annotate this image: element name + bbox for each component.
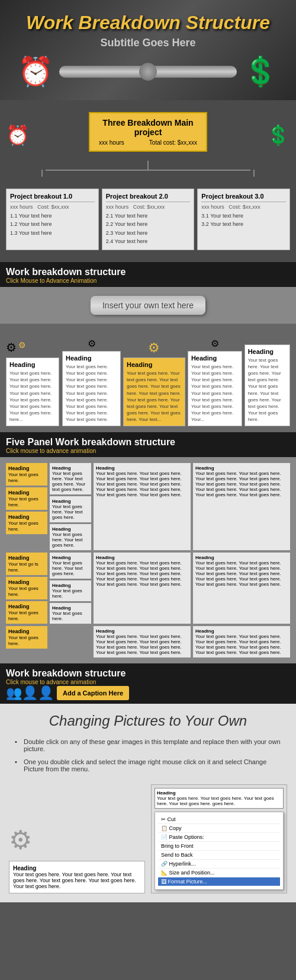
- changing-title: Changing Pictures to Your Own: [9, 713, 287, 729]
- panel-card-3: Heading Your text goes here. Your text g…: [188, 351, 242, 427]
- wbs1-title: Work breakdown structure: [6, 267, 290, 277]
- box1-item2: 1.2 Your text here: [10, 220, 95, 228]
- five-panel-header-section: Five Panel Work breakdown structure Clic…: [0, 432, 296, 457]
- grid-r2-label3: HeadingYour text goes here.: [6, 601, 47, 624]
- grid-r2-c4: HeadingYour text goes here. Your text go…: [193, 553, 290, 624]
- wbs1-header-section: Work breakdown structure Click Mouse to …: [0, 262, 296, 287]
- people-icons: 👥👤👤: [6, 685, 54, 701]
- grid-row-3: HeadingYour text goes here. HeadingYour …: [6, 626, 290, 657]
- menu-item-paste: 📄 Paste Options:: [158, 833, 280, 842]
- bottom-right: HeadingYour text goes here. Your text go…: [151, 784, 287, 893]
- changing-section: Changing Pictures to Your Own Double cli…: [0, 704, 296, 902]
- grid-r2-c3: HeadingYour text goes here. Your text go…: [94, 553, 191, 624]
- box3-title: Project breakout 3.0: [201, 193, 286, 202]
- panel-card-1: Heading Your text goes here. Your text g…: [62, 351, 121, 427]
- insert-section: Insert your own text here: [0, 287, 296, 324]
- box1-items: 1.1 Your text here 1.2 Your text here 1.…: [10, 212, 95, 237]
- wbs-bottom-header: Work breakdown structure Click mouse to …: [0, 663, 296, 704]
- grid-row-2: HeadingYour text go ts here. HeadingYour…: [6, 553, 290, 624]
- grid-r1-c2-1: HeadingYour text goes here. Your text go…: [50, 463, 91, 494]
- breakdown-box-1: Project breakout 1.0 xxx hours Cost: $xx…: [6, 189, 99, 250]
- grid-r3-c4: HeadingYour text goes here. Your text go…: [193, 626, 290, 657]
- gear-top-icon: ⚙: [88, 338, 96, 349]
- main-project-hours: xxx hours: [99, 139, 124, 146]
- grid-r1-label2: HeadingYour text goes here.: [6, 487, 47, 510]
- grid-r2-label1: HeadingYour text go ts here.: [6, 553, 47, 575]
- menu-item-size: 📐 Size and Position...: [158, 869, 280, 877]
- grid-r2-c2-1: HeadingYour text goes here. Your text go…: [50, 553, 91, 579]
- panel-card-4-title: Heading: [248, 348, 287, 355]
- breakdown-dollar-icon: 💲: [266, 124, 290, 146]
- grid-r2-c2-2: HeadingYour text goes here.: [50, 580, 91, 601]
- five-panel-section: ⚙ ⚙ Heading Your text goes here. Your te…: [0, 324, 296, 433]
- panel-card-1-text: Your text goes here. Your text goes here…: [66, 363, 117, 423]
- bottom-left: ⚙ Heading Your text goes here. Your text…: [9, 825, 145, 893]
- box3-item1: 3.1 Your text here: [201, 212, 286, 220]
- gear-left-top-icon: ⚙: [6, 340, 17, 355]
- panel-card-3-text: Your text goes here. Your text goes here…: [191, 363, 239, 423]
- gear-top2-icon: ⚙: [211, 338, 219, 349]
- box1-item3: 1.3 Your text here: [10, 229, 95, 237]
- grid-r1-label1: HeadingYour text goes here.: [6, 463, 47, 486]
- connector-v2: [253, 170, 255, 177]
- bullet-list: Double click on any of these gear images…: [9, 738, 287, 772]
- title-icons-row: ⏰ 💲: [6, 49, 290, 94]
- bottom-card-title: Heading: [13, 865, 141, 872]
- bottom-card-text: Your text goes here. Your text goes here…: [13, 872, 141, 889]
- box1-item1: 1.1 Your text here: [10, 212, 95, 220]
- box1-meta: xxx hours Cost: $xx,xxx: [10, 204, 95, 210]
- grid-r1-c2-2: HeadingYour text goes here. Your text go…: [50, 496, 91, 522]
- grid-r1-c3: HeadingYour text goes here. Your text go…: [94, 463, 191, 550]
- main-project-meta: xxx hours Total cost: $xx,xxx: [99, 139, 197, 146]
- grid-section: HeadingYour text goes here. HeadingYour …: [0, 457, 296, 663]
- caption-text: Add a Caption Here: [63, 689, 123, 697]
- panel-card-1-title: Heading: [66, 355, 117, 362]
- menu-item-sendback: Send to Back: [158, 851, 280, 860]
- left-card-text: Your text goes here. Your text goes here…: [9, 370, 56, 423]
- box2-meta: xxx hours Cost: $xx,xxx: [106, 204, 191, 210]
- five-panel-title: Five Panel Work breakdown structure: [6, 437, 290, 448]
- title-section: Work Breakdown Structure Subtitle Goes H…: [0, 0, 296, 100]
- main-project-cost: Total cost: $xx,xxx: [149, 139, 197, 146]
- panel-card-2-text: Your text goes here. Your text goes here…: [127, 370, 182, 423]
- breakdown-box-2: Project breakout 2.0 xxx hours Cost: $xx…: [102, 189, 195, 250]
- box3-item2: 3.2 Your text here: [201, 220, 286, 228]
- context-menu: ✂ Cut 📋 Copy 📄 Paste Options: Bring to F…: [155, 812, 284, 890]
- breakdown-alarm-icon: ⏰: [6, 124, 30, 146]
- main-project-label: Three Breakdown Main project: [99, 118, 197, 137]
- grid-r1-c4: HeadingYour text goes here. Your text go…: [193, 463, 290, 550]
- box2-item1: 2.1 Your text here: [106, 212, 191, 220]
- wbs1-subtitle: Click Mouse to Advance Animation: [6, 277, 290, 284]
- main-title: Work Breakdown Structure: [6, 12, 290, 34]
- menu-item-format[interactable]: 🖼 Format Picture...: [158, 877, 280, 886]
- connector-h: [46, 170, 250, 171]
- insert-bar: Insert your own text here: [91, 296, 205, 315]
- dollar-icon: 💲: [243, 55, 278, 88]
- breakdown-box-3: Project breakout 3.0 xxx hours Cost: $xx…: [197, 189, 290, 250]
- box2-item2: 2.2 Your text here: [106, 220, 191, 228]
- menu-item-hyperlink: 🔗 Hyperlink...: [158, 860, 280, 869]
- box3-meta: xxx hours Cost: $xx,xxx: [201, 204, 286, 210]
- box2-title: Project breakout 2.0: [106, 193, 191, 202]
- main-connector-v: [147, 161, 149, 170]
- gear-left-mid-icon: ⚙: [18, 340, 26, 350]
- gear-bottom-left-icon: ⚙: [9, 825, 32, 854]
- left-card-title: Heading: [9, 361, 56, 368]
- panel-card-2-gold: Heading Your text goes here. Your text g…: [123, 357, 185, 427]
- panel-card-3-title: Heading: [191, 355, 239, 362]
- grid-r2-label2: HeadingYour text goes here.: [6, 577, 47, 599]
- insert-text: Insert your own text here: [102, 301, 194, 310]
- bullet-item-1: Double click on any of these gear images…: [15, 738, 281, 752]
- grid-r2-c2-3: HeadingYour text goes here.: [50, 603, 91, 624]
- caption-box: Add a Caption Here: [57, 686, 129, 700]
- breakdown-boxes-row: Project breakout 1.0 xxx hours Cost: $xx…: [6, 189, 290, 250]
- screenshot-area: HeadingYour text goes here. Your text go…: [151, 784, 287, 893]
- alarm-clock-icon: ⏰: [18, 55, 53, 88]
- wbs-bottom-subtitle: Click mouse to advance animation: [6, 679, 290, 685]
- subtitle: Subtitle Goes Here: [6, 37, 290, 49]
- breakdown-section: ⏰ Three Breakdown Main project xxx hours…: [0, 100, 296, 262]
- box2-item4: 2.4 Your text here: [106, 237, 191, 245]
- bullet-item-2: One you double click and select the imag…: [15, 758, 281, 772]
- five-panel-subtitle: Click mouse to advance animation: [6, 448, 290, 454]
- bottom-area: ⚙ Heading Your text goes here. Your text…: [9, 784, 287, 893]
